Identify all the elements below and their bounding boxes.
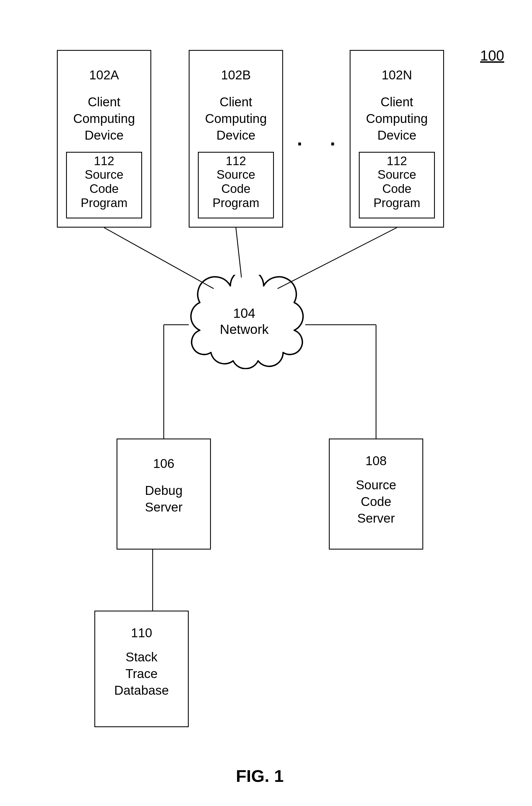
source-code-program-label-n: Source Code Program	[360, 168, 434, 210]
source-code-program-ref-a: 112	[67, 154, 141, 168]
network-label: 104 Network	[203, 305, 286, 337]
system-reference-number: 100	[480, 47, 504, 64]
client-n-source-code-program-box: 112 Source Code Program	[359, 152, 435, 218]
client-b-source-code-program-box: 112 Source Code Program	[198, 152, 274, 218]
source-code-program-label-b: Source Code Program	[199, 168, 273, 210]
client-device-a-box: 102A Client Computing Device 112 Source …	[57, 50, 151, 228]
client-n-label: Client Computing Device	[350, 94, 443, 143]
source-code-server-box: 108 Source Code Server	[329, 439, 423, 550]
client-n-ref: 102N	[350, 68, 443, 83]
source-code-program-ref-b: 112	[199, 154, 273, 168]
client-b-ref: 102B	[190, 68, 282, 83]
debug-server-label: Debug Server	[117, 482, 210, 516]
source-code-program-
ref-n: 112	[360, 154, 434, 168]
client-b-label: Client Computing Device	[190, 94, 282, 143]
stack-trace-db-label: Stack Trace Database	[95, 649, 188, 698]
client-device-n-box: 102N Client Computing Device 112 Source …	[350, 50, 444, 228]
stack-trace-database-box: 110 Stack Trace Database	[94, 611, 189, 727]
svg-line-1	[236, 228, 242, 277]
stack-trace-db-ref: 110	[95, 625, 188, 640]
client-a-ref: 102A	[58, 68, 150, 83]
source-code-server-label: Source Code Server	[330, 477, 422, 526]
client-device-b-box: 102B Client Computing Device 112 Source …	[189, 50, 283, 228]
debug-server-box: 106 Debug Server	[117, 439, 211, 550]
figure-caption: FIG. 1	[236, 766, 284, 786]
source-code-program-label-a: Source Code Program	[67, 168, 141, 210]
debug-server-ref: 106	[117, 456, 210, 471]
diagram-canvas: 100 102A Client Computing Device 112 Sou…	[0, 0, 532, 806]
client-a-label: Client Computing Device	[58, 94, 150, 143]
client-a-source-code-program-box: 112 Source Code Program	[66, 152, 142, 218]
source-code-server-ref: 108	[330, 453, 422, 468]
